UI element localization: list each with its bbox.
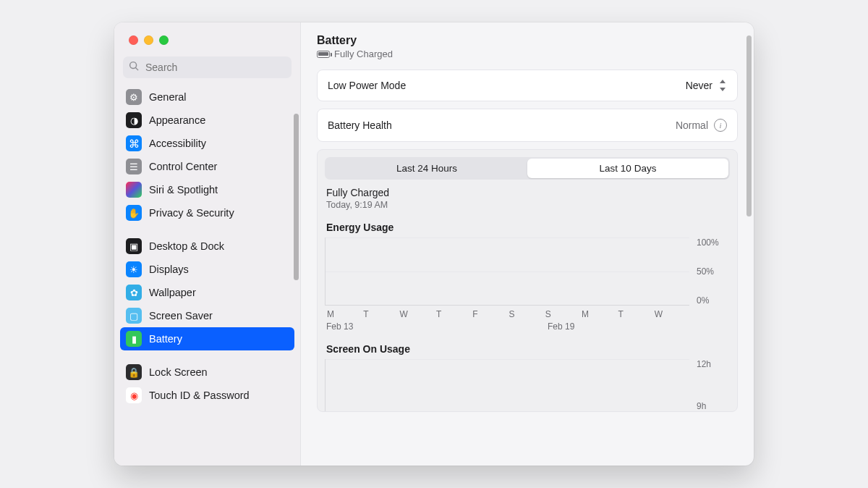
- fingerprint-icon: ◉: [126, 387, 142, 403]
- x-tick: W: [399, 309, 435, 319]
- minimize-window-button[interactable]: [144, 35, 153, 45]
- content-scrollbar[interactable]: [746, 35, 752, 216]
- screen-on-title: Screen On Usage: [326, 343, 728, 355]
- low-power-mode-row: Low Power Mode Never: [317, 70, 738, 101]
- y-tick: 0%: [697, 295, 730, 306]
- x-tick: M: [580, 309, 616, 319]
- sidebar-item-screen-saver[interactable]: ▢ Screen Saver: [120, 304, 294, 327]
- battery-health-value: Normal: [676, 119, 708, 131]
- tab-last-10-days[interactable]: Last 10 Days: [527, 159, 728, 178]
- content-pane: Battery Fully Charged Low Power Mode Nev…: [301, 22, 754, 466]
- sidebar-item-label: Privacy & Security: [149, 207, 234, 219]
- control-center-icon: ☰: [126, 159, 142, 174]
- sidebar-item-label: Lock Screen: [149, 366, 208, 378]
- lock-icon: 🔒: [126, 364, 142, 380]
- sidebar-item-battery[interactable]: ▮ Battery: [120, 327, 294, 350]
- y-tick: 12h: [697, 359, 730, 369]
- page-title: Battery: [317, 34, 738, 47]
- sidebar-item-siri-spotlight[interactable]: Siri & Spotlight: [120, 178, 294, 201]
- energy-usage-date-axis: Feb 13 Feb 19: [326, 321, 728, 332]
- battery-status-text: Fully Charged: [334, 49, 393, 59]
- x-tick: T: [435, 309, 471, 319]
- x-tick: T: [362, 309, 398, 319]
- sidebar-item-label: Battery: [149, 333, 182, 345]
- pane-header: Battery Fully Charged: [317, 34, 738, 59]
- sidebar-item-accessibility[interactable]: ⌘ Accessibility: [120, 132, 294, 155]
- last-charge-time: Today, 9:19 AM: [326, 200, 728, 210]
- usage-graph-card: Last 24 Hours Last 10 Days Fully Charged…: [317, 149, 738, 412]
- x-tick: S: [507, 309, 543, 319]
- time-range-segmented: Last 24 Hours Last 10 Days: [325, 157, 730, 180]
- screen-on-plot: [325, 359, 689, 411]
- x-tick: S: [544, 309, 580, 319]
- x-tick: F: [471, 309, 507, 319]
- sidebar-item-label: Wallpaper: [149, 287, 196, 298]
- screen-saver-icon: ▢: [126, 308, 142, 324]
- sidebar-item-label: Accessibility: [149, 138, 206, 149]
- x-tick: T: [616, 309, 652, 319]
- energy-usage-plot: MTWTFSSMTW: [325, 237, 689, 306]
- wallpaper-icon: ✿: [126, 285, 142, 300]
- y-tick: 50%: [697, 266, 730, 277]
- window-controls: [114, 22, 300, 54]
- screen-on-chart: 12h9h: [325, 359, 730, 411]
- sidebar-item-wallpaper[interactable]: ✿ Wallpaper: [120, 281, 294, 304]
- info-icon[interactable]: i: [714, 119, 727, 132]
- last-charge-title: Fully Charged: [326, 187, 728, 198]
- sidebar-item-label: General: [149, 91, 187, 103]
- sidebar-item-displays[interactable]: ☀ Displays: [120, 258, 294, 281]
- low-power-mode-popup[interactable]: Never: [686, 80, 727, 91]
- battery-health-row: Battery Health Normal i: [317, 109, 738, 142]
- y-tick: 9h: [697, 401, 730, 411]
- siri-icon: [126, 182, 142, 198]
- dock-icon: ▣: [126, 238, 142, 254]
- x-tick: M: [326, 309, 362, 319]
- energy-usage-yaxis: 100%50%0%: [697, 237, 730, 321]
- low-power-mode-label: Low Power Mode: [328, 80, 406, 91]
- sidebar-item-label: Appearance: [149, 114, 205, 126]
- displays-icon: ☀: [126, 261, 142, 277]
- sidebar-item-touch-id[interactable]: ◉ Touch ID & Password: [120, 384, 294, 407]
- energy-usage-title: Energy Usage: [326, 222, 728, 233]
- energy-usage-chart: MTWTFSSMTW 100%50%0%: [325, 237, 730, 321]
- sidebar-item-label: Displays: [149, 264, 189, 275]
- sidebar-item-general[interactable]: ⚙ General: [120, 85, 294, 109]
- sidebar-item-control-center[interactable]: ☰ Control Center: [120, 155, 294, 178]
- sidebar-item-privacy-security[interactable]: ✋ Privacy & Security: [120, 201, 294, 224]
- sidebar-list: ⚙ General ◑ Appearance ⌘ Accessibility ☰…: [114, 84, 300, 466]
- chevron-updown-icon: [718, 80, 727, 91]
- close-window-button[interactable]: [129, 35, 138, 45]
- sidebar-scrollbar[interactable]: [294, 114, 299, 280]
- battery-health-label: Battery Health: [328, 119, 392, 131]
- y-tick: 100%: [697, 237, 730, 248]
- last-charge-status: Fully Charged Today, 9:19 AM: [326, 187, 728, 210]
- appearance-icon: ◑: [126, 112, 142, 128]
- search-input[interactable]: [144, 61, 286, 74]
- sidebar-item-desktop-dock[interactable]: ▣ Desktop & Dock: [120, 235, 294, 258]
- low-power-mode-value: Never: [686, 80, 712, 91]
- sidebar-item-label: Siri & Spotlight: [149, 184, 218, 195]
- hand-icon: ✋: [126, 205, 142, 221]
- accessibility-icon: ⌘: [126, 135, 142, 151]
- search-field[interactable]: [123, 56, 292, 78]
- sidebar-item-lock-screen[interactable]: 🔒 Lock Screen: [120, 361, 294, 384]
- zoom-window-button[interactable]: [159, 35, 169, 45]
- search-icon: [129, 61, 140, 74]
- sidebar-item-label: Touch ID & Password: [149, 390, 250, 401]
- gear-icon: ⚙: [126, 89, 142, 105]
- tab-last-24-hours[interactable]: Last 24 Hours: [326, 159, 527, 178]
- screen-on-yaxis: 12h9h: [697, 359, 730, 411]
- x-tick: W: [653, 309, 689, 319]
- battery-status-icon: [317, 51, 330, 58]
- sidebar-item-label: Desktop & Dock: [149, 240, 224, 252]
- system-settings-window: ⚙ General ◑ Appearance ⌘ Accessibility ☰…: [114, 22, 754, 466]
- battery-icon: ▮: [126, 331, 142, 347]
- sidebar: ⚙ General ◑ Appearance ⌘ Accessibility ☰…: [114, 22, 301, 466]
- sidebar-item-label: Screen Saver: [149, 310, 213, 321]
- sidebar-item-label: Control Center: [149, 161, 217, 172]
- sidebar-item-appearance[interactable]: ◑ Appearance: [120, 109, 294, 132]
